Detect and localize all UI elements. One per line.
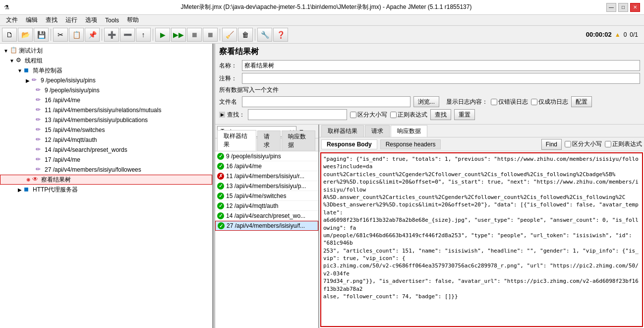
detail-tab-response[interactable]: 响应数据 (391, 125, 427, 137)
detail-tab-bar: 取样器结果 请求 响应数据 (319, 125, 644, 137)
tree-node-req1[interactable]: ✏ 9 /people/isisiyu/pins (0, 85, 212, 95)
shutdown-button[interactable]: ⏹ (203, 28, 218, 42)
config-button[interactable]: 配置 (571, 96, 592, 107)
menu-run[interactable]: 运行 (61, 15, 81, 25)
detail-tab-sampler[interactable]: 取样器结果 (321, 125, 364, 137)
log-content-label: 显示日志内容： (446, 98, 488, 106)
tree-node-req5[interactable]: ✏ 15 /api/v4/me/switches (0, 125, 212, 135)
collapse-button[interactable]: ➖ (120, 28, 135, 42)
result-row-7[interactable]: ✓ 14 /api/v4/search/preset_wo... (215, 211, 318, 221)
results-list: ✓ 9 /people/isisiyu/pins ✓ 16 /api/v4/me… (215, 151, 318, 328)
controller-label: 简单控制器 (33, 66, 62, 75)
clear-all-button[interactable]: 🗑 (238, 28, 253, 42)
expand-button[interactable]: ➕ (104, 28, 119, 42)
regex-checkbox[interactable] (390, 112, 397, 118)
menu-edit[interactable]: 编辑 (22, 15, 42, 25)
close-button[interactable]: ✕ (630, 3, 640, 12)
expand-proxy[interactable]: ▶ (16, 187, 24, 193)
detail-subtab-body[interactable]: Response Body (321, 139, 377, 149)
tree-node-req4[interactable]: ✏ 13 /api/v4/members/isisiyu/publication… (0, 115, 212, 125)
tree-node-req9[interactable]: ✏ 27 /api/v4/members/isisiyu/followees (0, 165, 212, 175)
expand-threadgroup[interactable]: ▼ (8, 58, 16, 64)
paste-button[interactable]: 📌 (85, 28, 100, 42)
minimize-button[interactable]: — (606, 3, 616, 12)
req3-icon: ✏ (36, 106, 44, 114)
move-up-button[interactable]: ↑ (136, 28, 151, 42)
error-log-checkbox[interactable] (491, 99, 497, 105)
timer-display: 00:00:02 (586, 31, 612, 38)
search-input[interactable] (248, 109, 347, 120)
result-label-4: 13 /api/v4/members/isisiyu/p... (226, 183, 306, 190)
menu-options[interactable]: 选项 (81, 15, 101, 25)
menu-help[interactable]: 帮助 (123, 15, 143, 25)
detail-subtab-headers[interactable]: Response headers (380, 139, 441, 149)
clear-button[interactable]: 🧹 (222, 28, 237, 42)
tree-node-req3[interactable]: ✏ 11 /api/v4/members/isisiyu/relations/m… (0, 105, 212, 115)
result-label-7: 14 /api/v4/search/preset_wo... (226, 212, 305, 219)
filename-label: 文件名 (219, 98, 239, 106)
name-input[interactable] (242, 60, 640, 71)
reset-button[interactable]: 重置 (454, 109, 475, 120)
menu-tools[interactable]: Tools (101, 16, 123, 25)
copy-button[interactable]: 📋 (69, 28, 84, 42)
menu-file[interactable]: 文件 (2, 15, 22, 25)
detail-regex-checkbox[interactable] (605, 141, 611, 147)
req2-icon: ✏ (36, 96, 44, 104)
result-row-4[interactable]: ✓ 13 /api/v4/members/isisiyu/p... (215, 181, 318, 191)
stop-button[interactable]: ⏹ (187, 28, 202, 42)
result-row-5[interactable]: ✓ 15 /api/v4/me/switches (215, 191, 318, 201)
expand-plan[interactable]: ▼ (2, 48, 10, 54)
title-bar: ⚗ JMeter录制.jmx (D:\java-dev\apache-jmete… (0, 0, 644, 15)
cut-button[interactable]: ✂ (53, 28, 68, 42)
req5-label: 15 /api/v4/me/switches (45, 127, 105, 133)
maximize-button[interactable]: □ (618, 3, 628, 12)
separator-5 (255, 29, 255, 41)
tab-sampler-results[interactable]: 取样器结果 (217, 130, 256, 151)
tree-node-req2[interactable]: ✏ 16 /api/v4/me (0, 95, 212, 105)
tree-node-req0[interactable]: ▶ ✏ 9 /people/isisiyu/pins (0, 75, 212, 85)
tree-node-view[interactable]: ❋ 👁 察看结果树 (0, 175, 212, 185)
function-button[interactable]: 🔧 (257, 28, 272, 42)
tab-response-data[interactable]: 响应数据 (282, 131, 315, 151)
tree-node-req6[interactable]: ✏ 12 /api/v4/mqtt/auth (0, 135, 212, 145)
result-row-1[interactable]: ✓ 9 /people/isisiyu/pins (215, 151, 318, 161)
detail-case-checkbox[interactable] (565, 141, 571, 147)
tab-request[interactable]: 请求 (257, 131, 281, 151)
triangle-icon: ▶ (219, 112, 225, 118)
expand-controller[interactable]: ▼ (16, 68, 24, 73)
save-button[interactable]: 💾 (34, 28, 49, 42)
detail-tab-request[interactable]: 请求 (365, 125, 390, 137)
tree-node-threadgroup[interactable]: ▼ ⚙ 线程组 (0, 56, 212, 66)
note-input[interactable] (242, 73, 640, 84)
tree-node-controller[interactable]: ▼ ◼ 简单控制器 (0, 66, 212, 75)
req7-icon: ✏ (36, 146, 44, 154)
controller-icon: ◼ (24, 66, 32, 74)
status-ok-icon-4: ✓ (217, 183, 224, 190)
case-checkbox[interactable] (350, 112, 356, 118)
detail-content-area[interactable]: "paging": {"is_end": true, "totals": 1, … (320, 152, 643, 327)
result-row-6[interactable]: ✓ 12 /api/v4/mqtt/auth (215, 201, 318, 211)
result-row-8[interactable]: ✓ 27 /api/v4/members/isisiyu/f... (215, 221, 318, 231)
expand-req0[interactable]: ▶ (24, 78, 32, 83)
tree-node-proxy[interactable]: ▶ ◼ HTTP代理服务器 (0, 185, 212, 195)
filename-input[interactable] (242, 96, 410, 107)
result-row-2[interactable]: ✓ 16 /api/v4/me (215, 161, 318, 171)
tree-node-plan[interactable]: ▼ 📋 测试计划 (0, 46, 212, 56)
start-nopauses-button[interactable]: ▶▶ (171, 28, 186, 42)
open-button[interactable]: 📂 (18, 28, 33, 42)
start-button[interactable]: ▶ (155, 28, 170, 42)
help-button[interactable]: ❓ (273, 28, 288, 42)
new-button[interactable]: 🗋 (2, 28, 17, 42)
success-log-checkbox[interactable] (531, 99, 537, 105)
menu-bar: 文件 编辑 查找 运行 选项 Tools 帮助 (0, 15, 644, 26)
find-button[interactable]: 查找 (430, 109, 451, 120)
menu-find[interactable]: 查找 (42, 15, 61, 25)
tree-node-req8[interactable]: ✏ 17 /api/v4/me (0, 155, 212, 165)
expand-view[interactable]: ❋ (24, 177, 32, 183)
tree-node-req7[interactable]: ✏ 14 /api/v4/search/preset_words (0, 145, 212, 155)
separator-2 (102, 29, 102, 41)
result-row-3[interactable]: ✗ 11 /api/v4/members/isisiyu/r... (215, 171, 318, 181)
browse-button[interactable]: 浏览... (413, 96, 439, 107)
success-log-text: 仅成功日志 (538, 98, 568, 106)
detail-find-button[interactable]: Find (541, 139, 562, 150)
